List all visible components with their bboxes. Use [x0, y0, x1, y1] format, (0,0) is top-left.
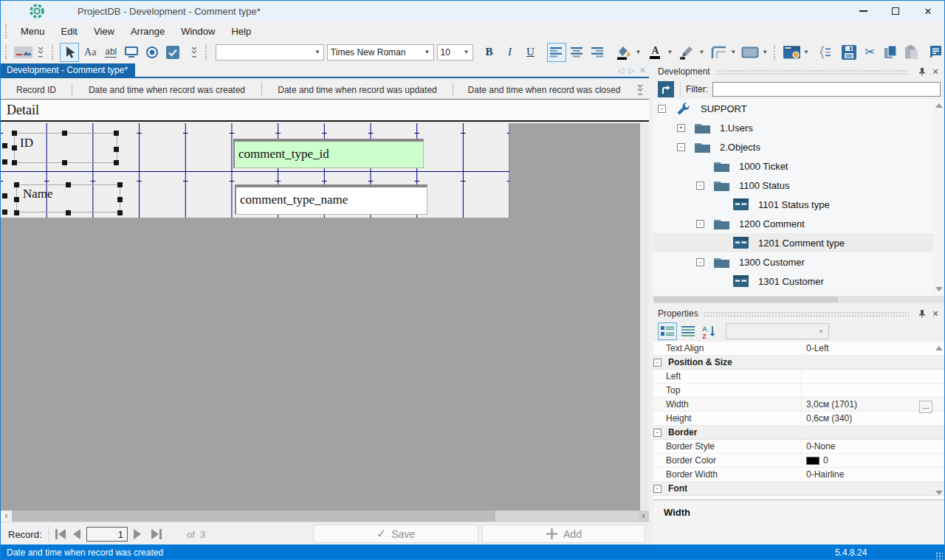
italic-button[interactable]: I: [501, 43, 520, 62]
toolbar-grip[interactable]: [205, 45, 208, 60]
field-created[interactable]: Date and time when record was created: [72, 84, 261, 95]
next-record-button[interactable]: [134, 529, 141, 539]
property-row-left[interactable]: Left: [653, 370, 945, 384]
selection-handle[interactable]: [2, 210, 7, 215]
chevron-down-icon[interactable]: ▼: [636, 49, 642, 55]
tree-item-1000-ticket[interactable]: 1000 Ticket: [653, 156, 945, 176]
selection-handle[interactable]: [12, 145, 17, 151]
navigate-object-button[interactable]: [658, 81, 674, 97]
property-row-top[interactable]: Top: [653, 384, 945, 398]
style-combo[interactable]: ▼: [216, 44, 324, 61]
font-size-combo[interactable]: 10▼: [437, 44, 473, 61]
align-left-button[interactable]: [547, 43, 566, 62]
field-record-id[interactable]: Record ID: [1, 84, 72, 95]
bold-button[interactable]: B: [480, 43, 499, 62]
underline-button[interactable]: U: [521, 43, 540, 62]
previous-record-button[interactable]: [73, 529, 80, 539]
border-corner-button[interactable]: [709, 43, 728, 62]
tree-expander[interactable]: -: [696, 220, 704, 228]
rectangle-style-button[interactable]: [740, 43, 760, 62]
tab-scroll-left-icon[interactable]: ◁: [618, 66, 624, 75]
resize-grip[interactable]: [935, 552, 943, 559]
fill-color-button[interactable]: [614, 43, 633, 62]
tree-item-1200-comment[interactable]: - 1200 Comment: [653, 214, 945, 233]
selection-handle[interactable]: [14, 210, 19, 215]
toolbar-grip[interactable]: [5, 45, 8, 60]
selection-handle[interactable]: [117, 197, 123, 202]
record-number-input[interactable]: [86, 527, 128, 542]
selection-handle[interactable]: [114, 160, 119, 165]
menu-item-view[interactable]: View: [86, 23, 123, 40]
selection-handle[interactable]: [12, 131, 17, 136]
sort-alphabetical-button[interactable]: AZ: [699, 322, 718, 340]
button-tool-button[interactable]: [122, 43, 141, 62]
scroll-down-icon[interactable]: [935, 287, 943, 291]
toolbar-grip[interactable]: [5, 24, 8, 38]
scrollbar-thumb[interactable]: [653, 297, 838, 303]
menu-item-edit[interactable]: Edit: [53, 23, 86, 40]
checkbox-tool-button[interactable]: [163, 43, 182, 62]
align-right-button[interactable]: [588, 43, 608, 62]
image-tool-button[interactable]: [13, 43, 33, 62]
menu-item-help[interactable]: Help: [223, 23, 259, 40]
last-record-button[interactable]: [151, 529, 162, 539]
chevron-down-icon[interactable]: ▼: [698, 49, 704, 55]
toolbar-overflow-chevron[interactable]: [190, 46, 198, 58]
tree-item-1201-comment-type[interactable]: 1201 Comment type: [653, 233, 945, 252]
property-row-width[interactable]: Width 3,0см (1701): [653, 398, 945, 412]
property-category-border[interactable]: - Border: [653, 426, 945, 440]
category-expander[interactable]: -: [653, 485, 662, 493]
horizontal-scrollbar[interactable]: ‹ ›: [1, 511, 649, 522]
minimize-button[interactable]: [847, 1, 879, 21]
tree-item-users[interactable]: + 1.Users: [653, 118, 945, 137]
comment-button[interactable]: [924, 43, 944, 62]
scroll-down-icon[interactable]: [935, 491, 943, 495]
form-properties-button[interactable]: [782, 43, 801, 62]
save-button[interactable]: [839, 43, 859, 62]
tree-item-1400-user[interactable]: + 1400 User: [653, 291, 945, 296]
selection-handle[interactable]: [114, 131, 119, 136]
tree-item-objects[interactable]: - 2.Objects: [653, 137, 945, 156]
field-header-overflow-chevron[interactable]: [636, 83, 644, 96]
detail-band[interactable]: Detail: [1, 99, 649, 122]
tree-expander[interactable]: [715, 277, 724, 286]
tree-expander[interactable]: -: [696, 182, 704, 190]
category-expander[interactable]: -: [653, 359, 662, 367]
copy-button[interactable]: [881, 43, 900, 62]
chevron-down-icon[interactable]: ▼: [730, 49, 736, 55]
toolbar-grip[interactable]: [52, 45, 55, 60]
tree-expander[interactable]: -: [658, 105, 666, 113]
chevron-down-icon[interactable]: ▼: [667, 49, 673, 55]
maximize-button[interactable]: [879, 1, 912, 21]
selection-handle[interactable]: [62, 131, 67, 136]
tree-item-1301-customer[interactable]: 1301 Customer: [653, 272, 945, 291]
scroll-up-icon[interactable]: [935, 103, 943, 108]
property-row-height[interactable]: Height 0,6см (340): [653, 412, 945, 426]
field-comment-type-id[interactable]: comment_type_id: [233, 139, 424, 168]
tree-expander[interactable]: +: [677, 124, 685, 132]
outline-list-button[interactable]: [815, 43, 834, 62]
field-updated[interactable]: Date and time when record was updated: [262, 84, 453, 95]
design-surface[interactable]: ID comment_type_id Name comment_type_nam…: [1, 123, 649, 511]
selection-handle[interactable]: [14, 182, 19, 187]
toolbar-overflow-chevron[interactable]: [37, 46, 44, 58]
first-record-button[interactable]: [55, 529, 66, 539]
toolbar-grip[interactable]: [774, 45, 777, 60]
property-category-position-size[interactable]: - Position & Size: [653, 356, 945, 370]
tree-expander[interactable]: -: [696, 258, 704, 266]
scrollbar-thumb[interactable]: [12, 511, 495, 522]
font-color-button[interactable]: A: [645, 43, 664, 62]
selection-handle[interactable]: [2, 159, 7, 165]
panel-close-icon[interactable]: ✕: [930, 309, 941, 319]
panel-close-icon[interactable]: ✕: [930, 67, 941, 77]
menu-item-menu[interactable]: Menu: [13, 23, 53, 40]
property-row-text-align[interactable]: Text Align 0-Left: [653, 342, 945, 356]
tree-item-1300-customer[interactable]: - 1300 Customer: [653, 252, 945, 272]
tree-expander[interactable]: [715, 201, 724, 209]
radio-tool-button[interactable]: [142, 43, 162, 62]
tree-item-support[interactable]: - SUPPORT: [653, 99, 945, 118]
field-comment-type-name[interactable]: comment_type_name: [235, 184, 427, 215]
property-object-combo[interactable]: ▼: [726, 323, 829, 339]
field-closed[interactable]: Date and time when record was closed: [453, 84, 635, 95]
label-tool-button[interactable]: Aa: [80, 43, 100, 62]
